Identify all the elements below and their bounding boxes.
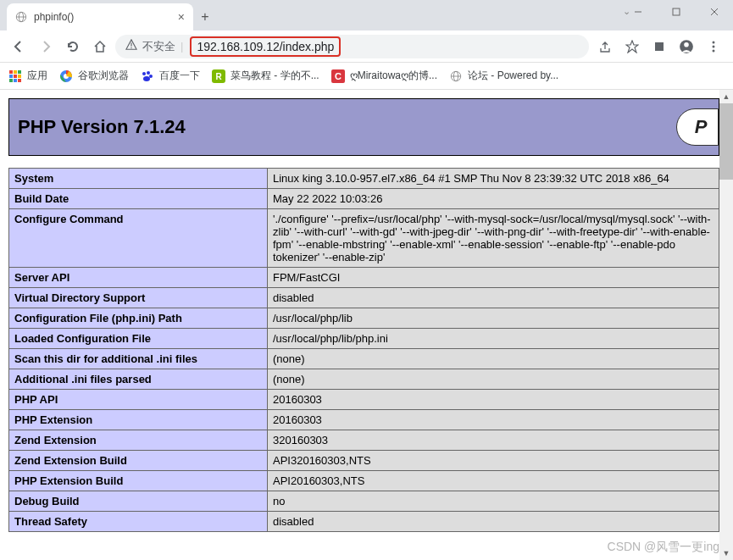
maximize-button[interactable] <box>657 0 695 24</box>
info-key: Additional .ini files parsed <box>9 369 268 390</box>
table-row: Zend Extension320160303 <box>9 430 719 451</box>
table-row: Scan this dir for additional .ini files(… <box>9 349 719 369</box>
runoob-icon: R <box>212 69 225 83</box>
profile-icon[interactable] <box>674 34 699 59</box>
info-value: 20160303 <box>268 390 719 410</box>
address-bar-row: 不安全 | 192.168.109.12/index.php <box>0 30 733 63</box>
forward-button[interactable] <box>34 35 58 58</box>
vertical-scrollbar[interactable]: ▲ ▼ <box>719 90 733 560</box>
info-key: Zend Extension Build <box>9 451 268 471</box>
info-value: API20160303,NTS <box>268 471 719 491</box>
table-row: Thread Safetydisabled <box>9 512 719 532</box>
info-key: System <box>9 169 268 189</box>
php-version-title: PHP Version 7.1.24 <box>18 116 186 138</box>
table-row: Server APIFPM/FastCGI <box>9 268 719 288</box>
globe-icon <box>15 11 27 23</box>
svg-text:C: C <box>335 71 342 81</box>
menu-icon[interactable] <box>701 34 726 59</box>
reload-button[interactable] <box>61 35 85 58</box>
chrome-icon <box>59 69 73 83</box>
info-value: disabled <box>268 512 719 532</box>
svg-point-20 <box>143 76 150 81</box>
table-row: Configure Command'./configure' '--prefix… <box>9 209 719 268</box>
back-button[interactable] <box>7 35 31 58</box>
extensions-icon[interactable] <box>647 34 672 59</box>
php-logo: P <box>676 108 719 146</box>
table-row: Loaded Configuration File/usr/local/php/… <box>9 329 719 349</box>
window-controls <box>619 0 733 24</box>
info-key: Configuration File (php.ini) Path <box>9 308 268 329</box>
home-button[interactable] <box>88 35 112 58</box>
close-icon[interactable]: × <box>178 10 185 24</box>
svg-point-14 <box>713 49 715 52</box>
bookmark-miraitowa[interactable]: C ღMiraitowaღ的博... <box>331 69 437 83</box>
svg-point-13 <box>713 45 715 47</box>
info-value: './configure' '--prefix=/usr/local/php' … <box>268 209 719 268</box>
star-icon[interactable] <box>619 34 645 59</box>
info-key: PHP API <box>9 390 268 410</box>
info-key: PHP Extension Build <box>9 471 268 491</box>
table-row: PHP API20160303 <box>9 390 719 410</box>
new-tab-button[interactable]: + <box>193 3 217 30</box>
bookmark-label: 菜鸟教程 - 学的不... <box>230 69 319 83</box>
watermark: CSDN @风雪一更ing <box>608 540 719 555</box>
table-row: Debug Buildno <box>9 491 719 512</box>
info-value: May 22 2022 10:03:26 <box>268 189 719 209</box>
scroll-up-icon[interactable]: ▲ <box>719 90 733 103</box>
info-key: Virtual Directory Support <box>9 288 268 308</box>
info-value: 320160303 <box>268 430 719 451</box>
svg-rect-1 <box>673 8 680 15</box>
svg-point-8 <box>130 47 131 48</box>
table-row: Zend Extension BuildAPI320160303,NTS <box>9 451 719 471</box>
insecure-label: 不安全 <box>142 39 175 54</box>
apps-label: 应用 <box>27 69 47 83</box>
svg-point-19 <box>149 75 153 78</box>
bookmark-runoob[interactable]: R 菜鸟教程 - 学的不... <box>212 69 319 83</box>
info-value: /usr/local/php/lib <box>268 308 719 329</box>
svg-point-17 <box>142 72 146 75</box>
chevron-down-icon[interactable]: ⌄ <box>623 6 630 17</box>
baidu-icon <box>141 69 154 83</box>
table-row: Virtual Directory Supportdisabled <box>9 288 719 308</box>
info-value: (none) <box>268 369 719 390</box>
c-icon: C <box>331 69 345 83</box>
info-value: (none) <box>268 349 719 369</box>
page-content: PHP Version 7.1.24 P SystemLinux king 3.… <box>0 90 733 560</box>
svg-point-12 <box>713 41 715 43</box>
info-value: disabled <box>268 288 719 308</box>
warning-icon <box>125 39 137 53</box>
info-key: PHP Extension <box>9 410 268 430</box>
apps-shortcut[interactable]: 应用 <box>8 69 47 83</box>
address-bar[interactable]: 不安全 | 192.168.109.12/index.php <box>115 35 589 58</box>
info-value: API320160303,NTS <box>268 451 719 471</box>
info-key: Thread Safety <box>9 512 268 532</box>
share-icon[interactable] <box>592 34 618 59</box>
svg-text:R: R <box>215 72 222 81</box>
bookmark-chrome[interactable]: 谷歌浏览器 <box>59 69 129 83</box>
tab-title: phpinfo() <box>34 11 171 23</box>
table-row: Build DateMay 22 2022 10:03:26 <box>9 189 719 209</box>
table-row: PHP Extension20160303 <box>9 410 719 430</box>
close-button[interactable] <box>695 0 733 24</box>
bookmark-forum[interactable]: 论坛 - Powered by... <box>449 69 558 83</box>
bookmark-label: 论坛 - Powered by... <box>468 69 558 83</box>
info-value: /usr/local/php/lib/php.ini <box>268 329 719 349</box>
info-key: Configure Command <box>9 209 268 268</box>
toolbar-right <box>592 34 726 59</box>
scroll-down-icon[interactable]: ▼ <box>719 546 733 560</box>
info-value: Linux king 3.10.0-957.el7.x86_64 #1 SMP … <box>268 169 719 189</box>
bookmark-label: 百度一下 <box>159 69 200 83</box>
svg-point-18 <box>147 71 150 75</box>
bookmark-label: ღMiraitowaღ的博... <box>350 69 437 83</box>
info-key: Scan this dir for additional .ini files <box>9 349 268 369</box>
bookmark-baidu[interactable]: 百度一下 <box>141 69 200 83</box>
svg-point-11 <box>684 42 689 47</box>
browser-tab[interactable]: phpinfo() × <box>7 3 193 30</box>
url-text: 192.168.109.12/index.php <box>190 36 341 57</box>
apps-icon <box>8 69 22 83</box>
globe-icon <box>449 69 463 83</box>
phpinfo-header: PHP Version 7.1.24 P <box>8 98 719 156</box>
bookmark-label: 谷歌浏览器 <box>78 69 129 83</box>
scroll-thumb[interactable] <box>719 103 733 180</box>
table-row: Additional .ini files parsed(none) <box>9 369 719 390</box>
